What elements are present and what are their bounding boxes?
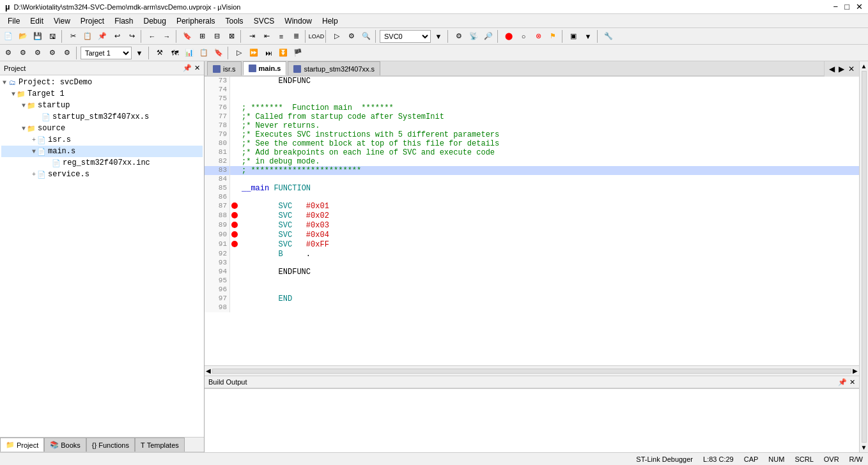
- tb-btn-j[interactable]: 📡: [467, 29, 481, 43]
- save-btn[interactable]: 💾: [31, 29, 45, 43]
- tb2-btn-k[interactable]: ▷: [232, 46, 246, 60]
- tb2-btn-d[interactable]: ⚙: [45, 46, 59, 60]
- paste-btn[interactable]: 📌: [95, 29, 109, 43]
- right-scrollbar[interactable]: ▲ ▼: [859, 61, 868, 452]
- tb-btn-e[interactable]: ≣: [289, 29, 303, 43]
- tb-btn-c[interactable]: ⊠: [224, 29, 238, 43]
- nav-back-btn[interactable]: ←: [145, 29, 159, 43]
- vscroll-up-btn[interactable]: ▲: [861, 63, 867, 70]
- tree-startup-folder[interactable]: ▼ 📁 startup: [1, 100, 203, 111]
- menu-item-svcs[interactable]: SVCS: [249, 15, 280, 27]
- menu-item-edit[interactable]: Edit: [25, 15, 49, 27]
- menu-item-flash[interactable]: Flash: [109, 15, 138, 27]
- tab-scroll-right-btn[interactable]: ▶: [837, 65, 846, 73]
- tab-isr[interactable]: isr.s: [207, 61, 242, 75]
- tree-service-file[interactable]: + 📄 service.s: [1, 169, 203, 180]
- nav-fwd-btn[interactable]: →: [160, 29, 174, 43]
- tb-btn-i[interactable]: ⚙: [452, 29, 466, 43]
- btab-project[interactable]: 📁 Project: [0, 438, 44, 452]
- tb2-btn-c[interactable]: ⚙: [31, 46, 45, 60]
- code-editor[interactable]: 73 ENDFUNC 74 75: [205, 77, 859, 365]
- tb2-btn-n[interactable]: ⏬: [276, 46, 290, 60]
- hscroll-track[interactable]: [212, 369, 851, 374]
- save-all-btn[interactable]: 🖫: [45, 29, 59, 43]
- maximize-button[interactable]: □: [844, 2, 849, 11]
- tab-main[interactable]: main.s: [243, 61, 287, 75]
- tree-reg-file[interactable]: 📄 reg_stm32f407xx.inc: [1, 157, 203, 169]
- tab-close-btn[interactable]: ✕: [846, 65, 856, 73]
- tb-btn-b[interactable]: ⊟: [210, 29, 224, 43]
- tab-startup[interactable]: startup_stm32f407xx.s: [288, 61, 380, 75]
- undo-btn[interactable]: ↩: [110, 29, 124, 43]
- tab-scroll-left-btn[interactable]: ◀: [827, 65, 837, 73]
- tree-startup-file[interactable]: 📄 startup_stm32f407xx.s: [1, 111, 203, 123]
- target2-combo[interactable]: Target 1: [81, 47, 132, 59]
- vscroll-track[interactable]: [862, 71, 867, 443]
- tb2-btn-i[interactable]: 📋: [197, 46, 211, 60]
- bp-red-btn[interactable]: ⬤: [502, 29, 516, 43]
- menu-item-file[interactable]: File: [3, 15, 25, 27]
- tb-btn-l[interactable]: ▼: [581, 29, 595, 43]
- target-combo-arrow[interactable]: ▼: [132, 46, 146, 60]
- tb-btn-f[interactable]: ▷: [330, 29, 344, 43]
- tree-main-file[interactable]: ▼ 📄 main.s: [1, 146, 203, 157]
- menu-item-view[interactable]: View: [49, 15, 75, 27]
- tb2-btn-l[interactable]: ⏩: [247, 46, 261, 60]
- close-button[interactable]: ✕: [856, 2, 863, 11]
- btab-functions[interactable]: {} Functions: [86, 438, 135, 452]
- load-btn[interactable]: LOAD: [309, 29, 323, 43]
- build-pin-btn[interactable]: 📌: [838, 378, 847, 386]
- tb2-btn-j[interactable]: 🔖: [212, 46, 226, 60]
- unindent-btn[interactable]: ⇤: [260, 29, 274, 43]
- tb2-btn-f[interactable]: ⚒: [153, 46, 167, 60]
- vscroll-down-btn[interactable]: ▼: [861, 444, 867, 451]
- sidebar-close-btn[interactable]: ✕: [194, 64, 200, 72]
- tb2-btn-h[interactable]: 📊: [182, 46, 196, 60]
- tb2-btn-e[interactable]: ⚙: [60, 46, 74, 60]
- tb-btn-k[interactable]: 🔎: [481, 29, 495, 43]
- new-file-btn[interactable]: 📄: [1, 29, 15, 43]
- menu-item-help[interactable]: Help: [317, 15, 343, 27]
- window-btn[interactable]: ▣: [566, 29, 580, 43]
- code-line-75: 75: [205, 95, 859, 103]
- tb2-btn-a[interactable]: ⚙: [1, 46, 15, 60]
- bookmark-btn[interactable]: 🔖: [180, 29, 194, 43]
- tree-isr-file[interactable]: + 📄 isr.s: [1, 134, 203, 146]
- target-combo[interactable]: SVC0: [380, 30, 431, 43]
- cut-btn[interactable]: ✂: [66, 29, 80, 43]
- build-output-content[interactable]: [205, 388, 859, 452]
- tb2-btn-b[interactable]: ⚙: [16, 46, 30, 60]
- tb2-btn-g[interactable]: 🗺: [167, 46, 182, 60]
- tb-btn-g[interactable]: ⚙: [345, 29, 359, 43]
- bp-empty-btn[interactable]: ○: [516, 29, 531, 43]
- menu-item-debug[interactable]: Debug: [139, 15, 171, 27]
- tree-source-folder[interactable]: ▼ 📁 source: [1, 123, 203, 134]
- btab-templates[interactable]: T Templates: [135, 438, 185, 452]
- tree-project-root[interactable]: ▼ 🗂 Project: svcDemo: [1, 77, 203, 88]
- hscroll-left-btn[interactable]: ◀: [206, 367, 211, 374]
- hscroll-area[interactable]: ◀ ▶: [205, 365, 859, 376]
- btab-books[interactable]: 📚 Books: [44, 438, 86, 452]
- hscroll-right-btn[interactable]: ▶: [853, 367, 858, 374]
- tb-btn-a[interactable]: ⊞: [195, 29, 209, 43]
- copy-btn[interactable]: 📋: [81, 29, 95, 43]
- minimize-button[interactable]: −: [833, 2, 839, 11]
- menu-item-window[interactable]: Window: [279, 15, 317, 27]
- menu-item-peripherals[interactable]: Peripherals: [171, 15, 221, 27]
- bp-bookmark-btn[interactable]: ⚑: [546, 29, 560, 43]
- menu-item-project[interactable]: Project: [75, 15, 109, 27]
- build-close-btn[interactable]: ✕: [849, 378, 855, 386]
- sidebar-pin-btn[interactable]: 📌: [183, 64, 192, 72]
- combo-arrow-btn[interactable]: ▼: [431, 29, 446, 43]
- tb2-btn-o[interactable]: 🏴: [291, 46, 305, 60]
- tb-btn-h[interactable]: 🔍: [359, 29, 373, 43]
- open-btn[interactable]: 📂: [16, 29, 30, 43]
- menu-item-tools[interactable]: Tools: [221, 15, 249, 27]
- tree-target1[interactable]: ▼ 📁 Target 1: [1, 88, 203, 100]
- indent-btn[interactable]: ⇥: [245, 29, 259, 43]
- settings-btn[interactable]: 🔧: [601, 29, 616, 43]
- tb2-btn-m[interactable]: ⏭: [261, 46, 275, 60]
- tb-btn-d[interactable]: ≡: [274, 29, 288, 43]
- redo-btn[interactable]: ↪: [125, 29, 139, 43]
- bp-kill-btn[interactable]: ⊗: [531, 29, 545, 43]
